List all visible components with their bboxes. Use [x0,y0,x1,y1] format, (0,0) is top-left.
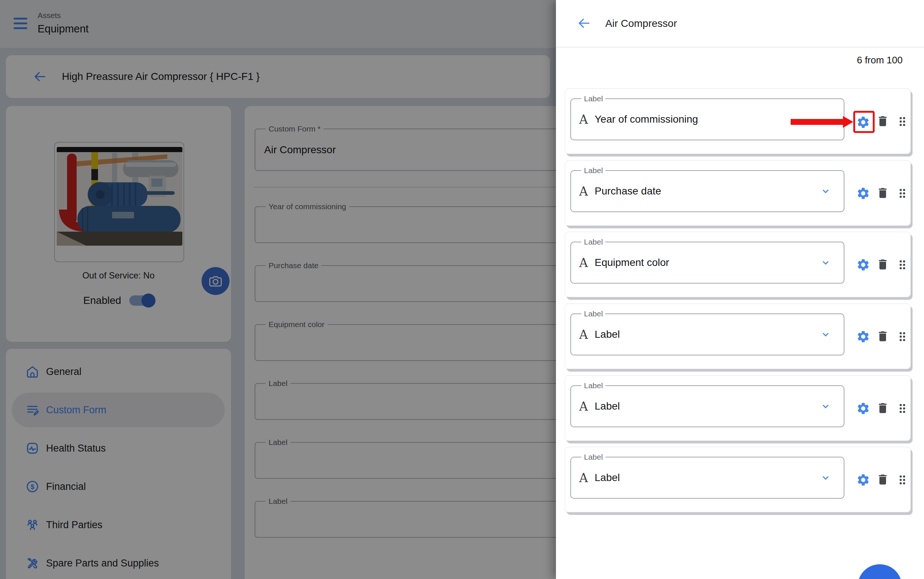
field-delete-button[interactable] [876,330,890,343]
form-field-card-5: Label A Label [565,375,911,441]
trash-icon [876,258,890,271]
field-delete-button[interactable] [876,401,890,415]
field-settings-button[interactable] [856,473,870,487]
field-label-input[interactable]: Label A Label [570,457,844,499]
form-field-card-year-of-commissioning: Label A Year of commissioning [565,88,911,154]
arrow-left-icon [577,16,591,31]
gear-icon [856,186,870,200]
drag-handle[interactable] [896,474,909,486]
field-label-input[interactable]: Label A Equipment color [570,242,844,284]
text-field-type-icon: A [579,242,588,283]
text-field-type-icon: A [579,314,588,355]
form-builder-drawer: Air Compressor 6 from 100 Label A Year o… [556,0,924,579]
drawer-back-button[interactable] [577,16,591,31]
field-settings-button[interactable] [856,330,870,343]
chevron-down-icon[interactable] [820,186,831,197]
field-settings-button[interactable] [856,401,870,415]
form-field-card-6: Label A Label [565,447,911,512]
drag-dots-icon [896,115,909,128]
annotation-arrow [791,116,853,128]
gear-icon [856,330,870,343]
chevron-down-icon[interactable] [820,257,831,268]
trash-icon [876,330,890,343]
drag-handle[interactable] [896,402,909,415]
drag-handle[interactable] [896,330,909,343]
add-field-button[interactable] [858,564,902,579]
chevron-down-icon[interactable] [820,401,831,412]
trash-icon [876,114,890,128]
drag-handle[interactable] [896,258,909,271]
text-field-type-icon: A [579,458,588,498]
form-field-card-equipment-color: Label A Equipment color [565,232,911,297]
text-field-type-icon: A [579,99,588,140]
field-delete-button[interactable] [876,258,890,272]
gear-icon [856,258,870,272]
drag-handle[interactable] [896,115,909,128]
chevron-down-icon[interactable] [820,329,831,340]
drawer-title: Air Compressor [605,0,677,47]
field-delete-button[interactable] [876,114,890,129]
drawer-header: Air Compressor [556,0,924,47]
field-settings-button[interactable] [856,258,870,272]
form-field-card-4: Label A Label [565,304,911,369]
form-field-card-purchase-date: Label A Purchase date [565,160,911,226]
drag-dots-icon [896,474,909,486]
field-delete-button[interactable] [876,473,890,487]
annotation-highlight-box [853,111,875,133]
field-label-input[interactable]: Label A Label [570,314,844,355]
field-label-input[interactable]: Label A Label [570,385,844,427]
drag-dots-icon [896,330,909,343]
trash-icon [876,473,890,486]
gear-icon [856,473,870,487]
drag-dots-icon [896,258,909,271]
text-field-type-icon: A [579,171,588,211]
drag-dots-icon [896,187,909,200]
chevron-down-icon[interactable] [820,472,831,483]
text-field-type-icon: A [579,386,588,427]
field-settings-button[interactable] [856,186,870,200]
field-delete-button[interactable] [876,186,890,200]
drag-dots-icon [896,402,909,415]
field-label-input[interactable]: Label A Purchase date [570,170,844,212]
gear-icon [856,401,870,415]
drawer-header-divider [556,47,924,47]
drag-handle[interactable] [896,187,909,200]
trash-icon [876,401,890,415]
trash-icon [876,186,890,200]
field-counter: 6 from 100 [857,54,903,66]
